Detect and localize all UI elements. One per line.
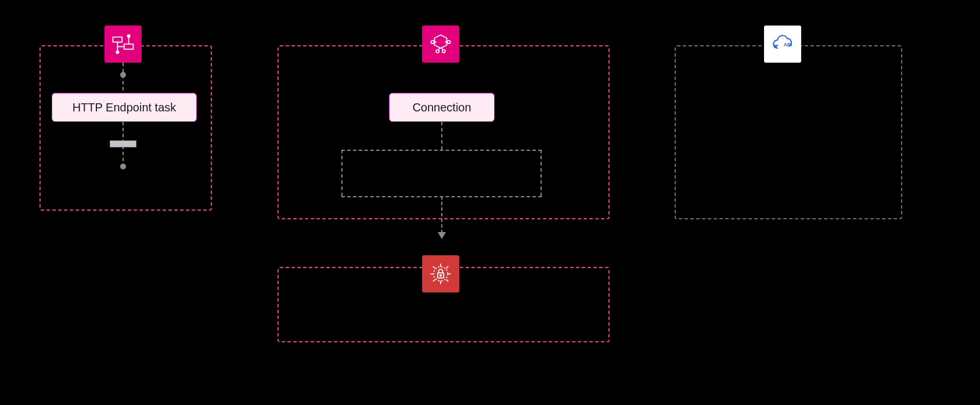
svg-point-3 [116, 51, 118, 53]
api-cloud-icon: API [770, 32, 795, 56]
conn-right-down [541, 150, 542, 196]
api-badge: API [764, 26, 801, 63]
svg-line-24 [446, 280, 449, 282]
connection-node: Connection [389, 93, 495, 122]
svg-rect-1 [124, 44, 134, 49]
http-endpoint-task-node: HTTP Endpoint task [52, 93, 197, 122]
secrets-manager-icon [428, 262, 453, 286]
http-endpoint-task-label: HTTP Endpoint task [73, 101, 176, 114]
svg-point-9 [447, 41, 450, 44]
conn-to-sm [441, 196, 442, 233]
sf-dot-bottom [120, 164, 126, 169]
thirdparty-container [675, 45, 902, 219]
svg-text:API: API [784, 42, 792, 48]
stepfunctions-badge [105, 26, 142, 63]
svg-point-5 [127, 35, 129, 37]
sf-dot-top [120, 72, 126, 78]
workflow-icon [111, 32, 135, 56]
eventbridge-container [278, 45, 610, 219]
eventbridge-badge [422, 26, 459, 63]
svg-line-23 [433, 266, 435, 269]
svg-point-8 [431, 41, 434, 44]
conn-left-down [341, 150, 343, 196]
svg-line-26 [446, 266, 449, 269]
svg-point-18 [440, 274, 442, 276]
sf-end-rect [110, 140, 136, 147]
conn-down [441, 122, 442, 150]
connection-label: Connection [412, 101, 471, 114]
eventbridge-icon [428, 32, 453, 56]
conn-arrowhead [438, 232, 446, 239]
secretsmanager-badge [422, 255, 459, 292]
svg-line-25 [433, 280, 435, 282]
stepfunctions-container [39, 45, 212, 211]
svg-rect-0 [113, 37, 123, 42]
conn-split [341, 150, 542, 151]
